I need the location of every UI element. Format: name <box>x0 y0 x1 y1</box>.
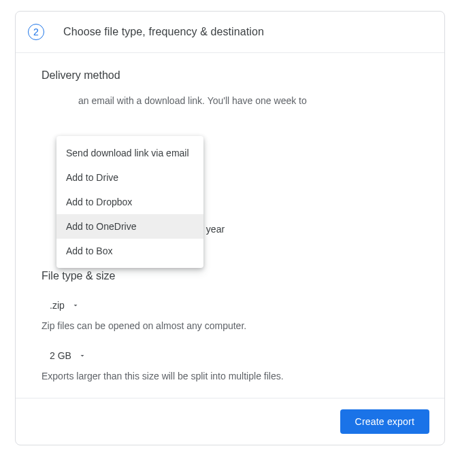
delivery-option-drive[interactable]: Add to Drive <box>56 165 203 190</box>
file-type-value: .zip <box>50 300 65 311</box>
file-type-hint: Zip files can be opened on almost any co… <box>42 320 418 331</box>
file-size-dropdown[interactable]: 2 GB <box>42 345 92 367</box>
step-card: 2 Choose file type, frequency & destinat… <box>15 11 445 445</box>
delivery-method-dropdown-menu: Send download link via email Add to Driv… <box>56 136 203 268</box>
chevron-down-icon <box>71 301 80 309</box>
card-header: 2 Choose file type, frequency & destinat… <box>16 12 444 53</box>
delivery-option-box[interactable]: Add to Box <box>56 239 203 263</box>
delivery-option-onedrive[interactable]: Add to OneDrive <box>56 214 203 239</box>
delivery-method-heading: Delivery method <box>42 69 418 82</box>
create-export-button[interactable]: Create export <box>340 409 429 434</box>
chevron-down-icon <box>78 352 86 360</box>
file-type-dropdown[interactable]: .zip <box>42 294 85 316</box>
card-body: Delivery method an email with a download… <box>16 53 444 398</box>
file-size-value: 2 GB <box>50 350 71 361</box>
card-title: Choose file type, frequency & destinatio… <box>63 26 264 38</box>
file-type-size-heading: File type & size <box>42 270 418 282</box>
delivery-description: an email with a download link. You'll ha… <box>42 94 418 108</box>
card-footer: Create export <box>16 398 444 445</box>
delivery-option-email[interactable]: Send download link via email <box>56 141 203 165</box>
delivery-option-dropbox[interactable]: Add to Dropbox <box>56 190 203 214</box>
step-number-badge: 2 <box>28 24 44 40</box>
file-size-hint: Exports larger than this size will be sp… <box>42 371 418 381</box>
